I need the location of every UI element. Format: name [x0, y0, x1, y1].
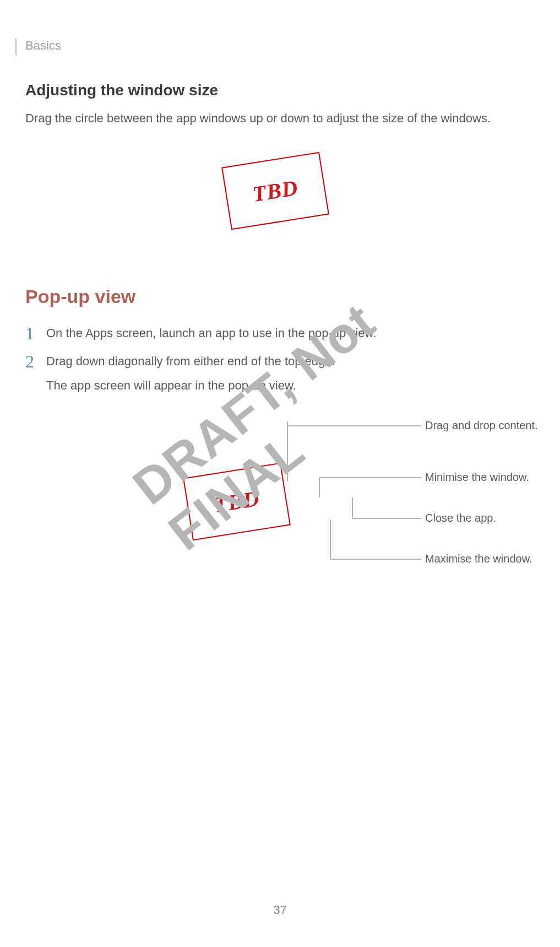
callout-minimise: Minimise the window.	[425, 471, 529, 484]
tbd-box-1: TBD	[221, 152, 329, 230]
step-text-1: On the Apps screen, launch an app to use…	[46, 324, 376, 343]
chapter-title: Basics	[25, 39, 538, 53]
section-body-adjusting: Drag the circle between the app windows …	[25, 109, 538, 127]
step-2: 2 Drag down diagonally from either end o…	[25, 352, 538, 395]
callout-drag-content: Drag and drop content.	[425, 419, 538, 432]
step-number-2: 2	[25, 352, 46, 371]
step-1: 1 On the Apps screen, launch an app to u…	[25, 324, 538, 343]
tbd-label-1: TBD	[251, 175, 300, 207]
callout-maximise: Maximise the window.	[425, 553, 532, 565]
step-subtext-2: The app screen will appear in the pop-up…	[46, 376, 335, 395]
step-number-1: 1	[25, 324, 46, 343]
figure-placeholder-1: TBD	[22, 143, 538, 253]
document-page: Basics Adjusting the window size Drag th…	[0, 0, 560, 947]
tbd-label-2: TBD	[212, 485, 261, 518]
page-number: 37	[0, 903, 560, 917]
callout-leader-lines	[22, 404, 560, 613]
figure-popup-diagram: TBD Drag and drop content. Minimise the …	[22, 404, 538, 613]
section-heading-adjusting: Adjusting the window size	[25, 82, 538, 99]
step-text-2: Drag down diagonally from either end of …	[46, 352, 335, 371]
chapter-marker-line	[15, 39, 17, 55]
section-heading-popup: Pop-up view	[25, 286, 538, 307]
callout-close: Close the app.	[425, 512, 496, 524]
